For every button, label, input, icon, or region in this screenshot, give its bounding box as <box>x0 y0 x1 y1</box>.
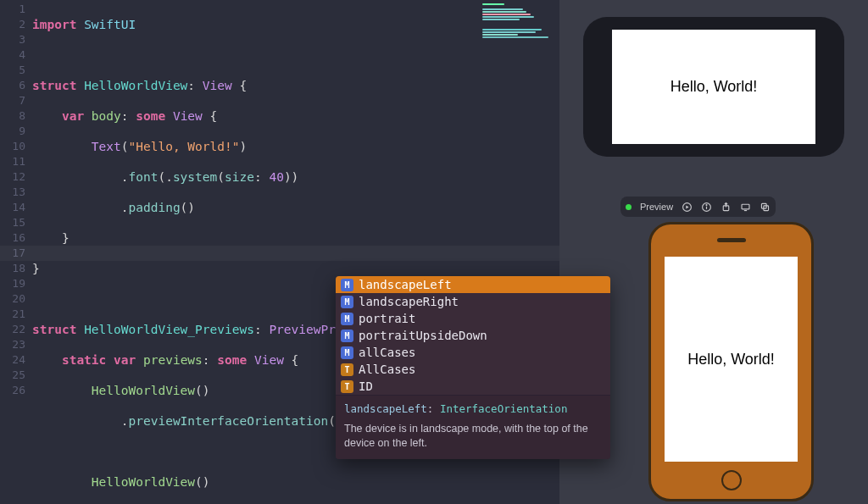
type-icon: T <box>341 380 353 393</box>
autocomplete-label: AllCases <box>359 363 415 376</box>
preview-label: Preview <box>640 202 673 212</box>
preview-text: Hello, World! <box>670 78 758 96</box>
device-preview-portrait[interactable]: Hello, World! <box>648 222 814 501</box>
autocomplete-item[interactable]: M landscapeLeft <box>336 276 610 293</box>
autocomplete-label: landscapeRight <box>359 295 459 308</box>
device-screen: Hello, World! <box>612 30 815 144</box>
member-icon: M <box>341 330 353 342</box>
autocomplete-popup[interactable]: M landscapeLeft M landscapeRight M portr… <box>336 276 610 459</box>
member-icon: M <box>341 296 353 308</box>
autocomplete-item[interactable]: T ID <box>336 378 610 395</box>
member-icon: M <box>341 279 353 291</box>
autocomplete-label: allCases <box>359 346 415 359</box>
device-speaker <box>717 238 746 242</box>
autocomplete-label: ID <box>359 379 373 393</box>
svg-point-3 <box>706 204 707 205</box>
member-icon: M <box>341 313 353 325</box>
autocomplete-label: landscapeLeft <box>359 278 452 291</box>
status-dot-icon <box>626 204 632 210</box>
member-icon: M <box>341 346 353 359</box>
autocomplete-item[interactable]: M allCases <box>336 344 610 361</box>
info-icon[interactable] <box>701 202 712 213</box>
autocomplete-label: portrait <box>359 312 415 325</box>
device-screen: Hello, World! <box>665 257 798 462</box>
display-icon[interactable] <box>740 202 751 213</box>
autocomplete-item[interactable]: M portraitUpsideDown <box>336 327 610 344</box>
device-preview-landscape[interactable]: Hello, World! <box>583 17 844 157</box>
line-number-gutter: 1234567891011121314151617181920212223242… <box>0 0 32 504</box>
export-icon[interactable] <box>721 202 732 213</box>
device-home-button <box>721 470 742 490</box>
preview-toolbar: Preview <box>620 197 776 217</box>
run-icon[interactable] <box>682 202 693 213</box>
autocomplete-item[interactable]: M landscapeRight <box>336 293 610 310</box>
autocomplete-item[interactable]: T AllCases <box>336 361 610 378</box>
svg-rect-5 <box>742 204 749 209</box>
minimap[interactable] <box>479 0 559 47</box>
autocomplete-doc-body: The device is in landscape mode, with th… <box>344 422 602 451</box>
duplicate-icon[interactable] <box>760 202 771 213</box>
autocomplete-doc: landscapeLeft: InterfaceOrientation The … <box>336 395 610 459</box>
autocomplete-label: portraitUpsideDown <box>359 329 487 342</box>
preview-text: Hello, World! <box>687 351 775 368</box>
autocomplete-item[interactable]: M portrait <box>336 310 610 327</box>
type-icon: T <box>341 363 353 376</box>
